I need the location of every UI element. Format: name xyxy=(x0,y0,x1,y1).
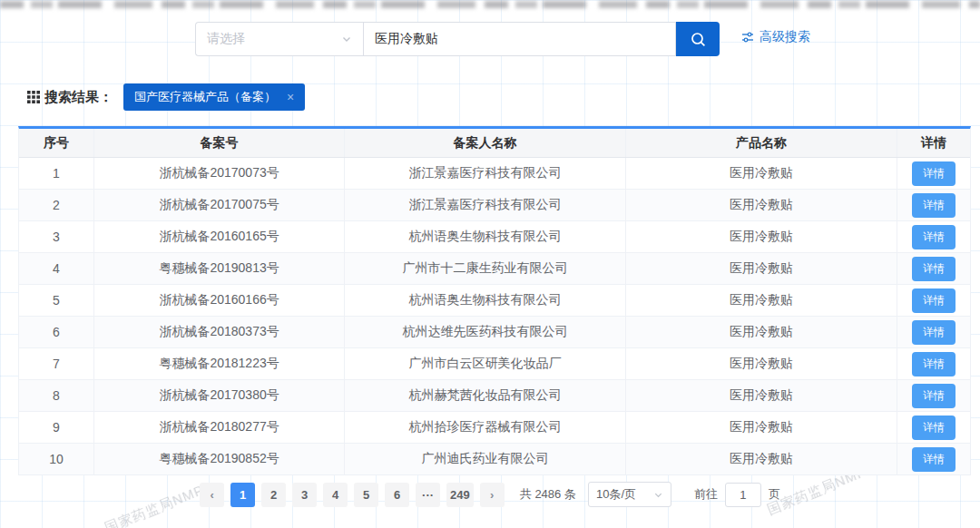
table-row: 9 浙杭械备20180277号 杭州拾珍医疗器械有限公司 医用冷敷贴 详情 xyxy=(19,412,970,444)
row-no: 8 xyxy=(19,380,94,411)
row-registrant: 广州市白云区研美化妆品厂 xyxy=(345,348,625,379)
category-select-placeholder: 请选择 xyxy=(207,31,245,47)
table-body: 1 浙杭械备20170073号 浙江景嘉医疗科技有限公司 医用冷敷贴 详情 2 … xyxy=(19,158,970,475)
detail-button[interactable]: 详情 xyxy=(912,416,956,440)
page-button[interactable]: 6 xyxy=(385,483,409,507)
column-header-no: 序号 xyxy=(19,129,94,157)
page-button[interactable]: 4 xyxy=(323,483,348,507)
detail-button[interactable]: 详情 xyxy=(912,225,956,249)
row-no: 4 xyxy=(19,253,94,284)
row-registrant: 杭州语奥生物科技有限公司 xyxy=(345,285,625,316)
row-no: 9 xyxy=(19,412,94,443)
row-product: 医用冷敷贴 xyxy=(626,444,897,474)
result-type-tag[interactable]: 国产医疗器械产品（备案） × xyxy=(123,83,305,111)
goto-label: 前往 xyxy=(694,486,718,503)
results-table: 序号 备案号 备案人名称 产品名称 详情 1 浙杭械备20170073号 浙江景… xyxy=(18,126,971,475)
row-no: 6 xyxy=(19,317,94,347)
row-registrant: 广州市十二康生药业有限公司 xyxy=(345,253,625,284)
row-registrant: 浙江景嘉医疗科技有限公司 xyxy=(345,158,625,189)
advanced-search-link[interactable]: 高级搜索 xyxy=(741,29,810,45)
column-header-record-no: 备案号 xyxy=(94,129,345,157)
search-input[interactable] xyxy=(363,22,676,56)
row-record-no: 浙杭械备20160165号 xyxy=(94,221,345,252)
row-product: 医用冷敷贴 xyxy=(626,253,897,284)
result-type-tag-label: 国产医疗器械产品（备案） xyxy=(134,89,276,105)
page-number-buttons: 123456 xyxy=(230,483,409,507)
close-icon[interactable]: × xyxy=(287,91,294,103)
table-row: 1 浙杭械备20170073号 浙江景嘉医疗科技有限公司 医用冷敷贴 详情 xyxy=(19,158,970,190)
row-no: 1 xyxy=(19,158,94,189)
detail-button[interactable]: 详情 xyxy=(912,384,956,408)
row-record-no: 浙杭械备20180373号 xyxy=(94,317,345,347)
column-header-product: 产品名称 xyxy=(626,129,897,157)
search-icon xyxy=(690,31,707,48)
table-row: 8 浙杭械备20170380号 杭州赫梵茜化妆品有限公司 医用冷敷贴 详情 xyxy=(19,380,970,412)
table-row: 5 浙杭械备20160166号 杭州语奥生物科技有限公司 医用冷敷贴 详情 xyxy=(19,285,970,317)
row-record-no: 浙杭械备20170075号 xyxy=(94,190,345,220)
row-no: 10 xyxy=(19,444,94,474)
pagination: ‹ 123456 ··· 249 › 共 2486 条 10条/页 前往 页 xyxy=(0,482,980,507)
table-row: 4 粤穗械备20190813号 广州市十二康生药业有限公司 医用冷敷贴 详情 xyxy=(19,253,970,285)
goto-page-input[interactable] xyxy=(725,483,761,507)
detail-button[interactable]: 详情 xyxy=(912,447,956,472)
row-record-no: 粤穗械备20190813号 xyxy=(94,253,345,284)
total-count-label: 共 2486 条 xyxy=(520,486,576,503)
row-registrant: 浙江景嘉医疗科技有限公司 xyxy=(345,190,625,220)
more-pages-button[interactable]: ··· xyxy=(416,483,440,507)
row-no: 5 xyxy=(19,285,94,316)
detail-button[interactable]: 详情 xyxy=(912,193,956,218)
page-size-select[interactable]: 10条/页 xyxy=(588,482,671,507)
page-button[interactable]: 2 xyxy=(261,483,286,507)
row-record-no: 浙杭械备20170073号 xyxy=(94,158,345,189)
table-row: 3 浙杭械备20160165号 杭州语奥生物科技有限公司 医用冷敷贴 详情 xyxy=(19,221,970,253)
chevron-down-icon xyxy=(653,490,663,500)
search-bar: 请选择 xyxy=(195,22,720,56)
results-label: 搜索结果： xyxy=(44,89,113,106)
table-row: 6 浙杭械备20180373号 杭州达维先医药科技有限公司 医用冷敷贴 详情 xyxy=(19,317,970,348)
row-product: 医用冷敷贴 xyxy=(626,380,897,411)
detail-button[interactable]: 详情 xyxy=(912,288,956,313)
advanced-search-label: 高级搜索 xyxy=(760,29,810,45)
row-product: 医用冷敷贴 xyxy=(626,317,897,347)
row-record-no: 浙杭械备20180277号 xyxy=(94,412,345,443)
table-row: 7 粤穗械备20181223号 广州市白云区研美化妆品厂 医用冷敷贴 详情 xyxy=(19,348,970,380)
grid-icon xyxy=(27,91,40,103)
next-page-button[interactable]: › xyxy=(480,483,505,507)
row-product: 医用冷敷贴 xyxy=(626,412,897,443)
goto-suffix-label: 页 xyxy=(769,486,780,503)
row-registrant: 杭州赫梵茜化妆品有限公司 xyxy=(345,380,625,411)
filter-sliders-icon xyxy=(741,31,754,44)
detail-button[interactable]: 详情 xyxy=(912,320,956,345)
row-product: 医用冷敷贴 xyxy=(626,158,897,189)
page-button[interactable]: 1 xyxy=(230,483,255,507)
page-size-value: 10条/页 xyxy=(596,486,636,503)
table-row: 10 粤穗械备20190852号 广州迪氏药业有限公司 医用冷敷贴 详情 xyxy=(19,444,970,475)
detail-button[interactable]: 详情 xyxy=(912,161,956,186)
row-product: 医用冷敷贴 xyxy=(626,348,897,379)
search-button[interactable] xyxy=(676,22,720,56)
results-bar: 搜索结果： 国产医疗器械产品（备案） × xyxy=(27,83,305,111)
row-product: 医用冷敷贴 xyxy=(626,221,897,252)
row-no: 2 xyxy=(19,190,94,220)
row-registrant: 广州迪氏药业有限公司 xyxy=(345,444,625,474)
row-product: 医用冷敷贴 xyxy=(626,190,897,220)
row-record-no: 粤穗械备20190852号 xyxy=(94,444,345,474)
detail-button[interactable]: 详情 xyxy=(912,257,956,281)
category-select[interactable]: 请选择 xyxy=(195,22,363,56)
last-page-button[interactable]: 249 xyxy=(446,483,474,507)
redacted-top-strip xyxy=(0,1,980,8)
detail-button[interactable]: 详情 xyxy=(912,352,956,376)
row-product: 医用冷敷贴 xyxy=(626,285,897,316)
column-header-detail: 详情 xyxy=(897,129,970,157)
row-record-no: 浙杭械备20160166号 xyxy=(94,285,345,316)
row-record-no: 粤穗械备20181223号 xyxy=(94,348,345,379)
table-row: 2 浙杭械备20170075号 浙江景嘉医疗科技有限公司 医用冷敷贴 详情 xyxy=(19,190,970,221)
page-button[interactable]: 5 xyxy=(354,483,378,507)
column-header-registrant: 备案人名称 xyxy=(345,129,625,157)
row-registrant: 杭州语奥生物科技有限公司 xyxy=(345,221,625,252)
chevron-down-icon xyxy=(341,34,352,44)
page-button[interactable]: 3 xyxy=(292,483,317,507)
table-header: 序号 备案号 备案人名称 产品名称 详情 xyxy=(19,129,970,158)
page-jump: 前往 页 xyxy=(694,483,780,507)
prev-page-button[interactable]: ‹ xyxy=(200,483,224,507)
